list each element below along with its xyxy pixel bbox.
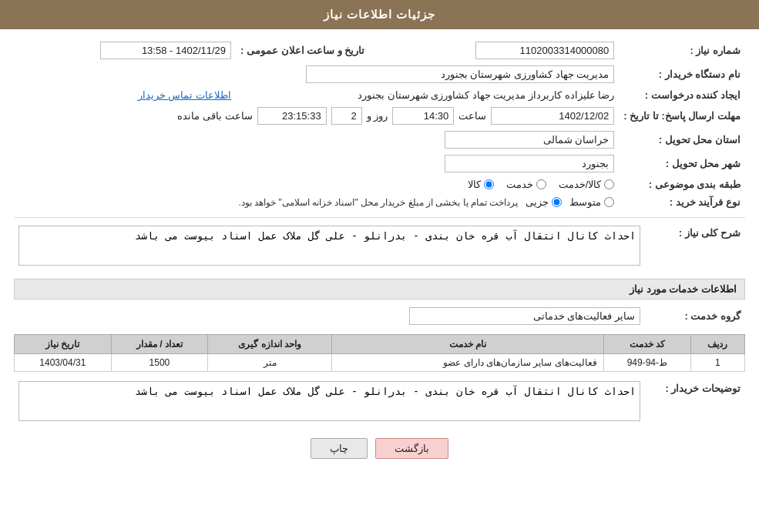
- announce-date-value: 1402/11/29 - 13:58: [100, 42, 231, 59]
- category-kala: کالا: [468, 179, 494, 190]
- buyer-description-textarea[interactable]: [18, 381, 640, 421]
- purchase-type-motevaset: متوسط: [569, 196, 614, 208]
- col-header-quantity: تعداد / مقدار: [111, 335, 208, 354]
- col-header-row: ردیف: [690, 335, 744, 354]
- back-button[interactable]: بازگشت: [375, 438, 448, 459]
- services-section-title: اطلاعات خدمات مورد نیاز: [14, 279, 745, 299]
- creator-label: ایجاد کننده درخواست :: [619, 86, 745, 104]
- need-description-label: شرح کلی نیاز :: [645, 223, 745, 271]
- department-label: نام دستگاه خریدار :: [619, 62, 745, 86]
- deadline-time: 14:30: [392, 107, 454, 125]
- service-group-table: گروه خدمت : سایر فعالیت‌های خدماتی: [14, 304, 745, 328]
- purchase-type-label: نوع فرآیند خرید :: [619, 193, 745, 211]
- description-row: شرح کلی نیاز : document.addEventListener…: [14, 223, 745, 271]
- deadline-remaining: 23:15:33: [257, 107, 327, 125]
- city-row: شهر محل تحویل : بجنورد: [14, 152, 745, 176]
- page-header: جزئیات اطلاعات نیاز: [0, 0, 759, 29]
- buyer-description-label: توضیحات خریدار :: [645, 378, 745, 427]
- department-row: نام دستگاه خریدار : مدیریت جهاد کشاورزی …: [14, 62, 745, 86]
- department-value: مدیریت جهاد کشاورزی شهرستان بجنورد: [306, 65, 614, 83]
- col-header-name: نام خدمت: [332, 335, 604, 354]
- deadline-remaining-label: ساعت باقی مانده: [177, 110, 252, 122]
- service-group-value: سایر فعالیت‌های خدماتی: [409, 307, 640, 325]
- col-header-date: تاریخ نیاز: [15, 335, 112, 354]
- description-table: شرح کلی نیاز : document.addEventListener…: [14, 223, 745, 271]
- cell-unit: متر: [208, 354, 332, 372]
- need-description-textarea[interactable]: [18, 226, 640, 266]
- cell-row: 1: [690, 354, 744, 372]
- purchase-note: پرداخت تمام یا بخشی از مبلغ خریدار محل "…: [238, 197, 518, 208]
- button-row: بازگشت چاپ: [14, 438, 745, 459]
- category-label: طبقه بندی موضوعی :: [619, 176, 745, 193]
- col-header-unit: واحد اندازه گیری: [208, 335, 332, 354]
- info-table: شماره نیاز : 1102003314000080 تاریخ و سا…: [14, 38, 745, 211]
- purchase-type-row: نوع فرآیند خرید : متوسط جزیی پرداخت تمام…: [14, 193, 745, 211]
- need-number-row: شماره نیاز : 1102003314000080 تاریخ و سا…: [14, 38, 745, 62]
- service-group-row: گروه خدمت : سایر فعالیت‌های خدماتی: [14, 304, 745, 328]
- service-group-label: گروه خدمت :: [645, 304, 745, 328]
- need-number-label: شماره نیاز :: [619, 38, 745, 62]
- deadline-time-label: ساعت: [458, 110, 486, 122]
- cell-quantity: 1500: [111, 354, 208, 372]
- deadline-day-label: روز و: [367, 110, 388, 122]
- page-title: جزئیات اطلاعات نیاز: [324, 8, 435, 21]
- cell-code: ط-94-949: [603, 354, 690, 372]
- purchase-type-jazei: جزیی: [526, 196, 562, 208]
- category-kala-khadamat: کالا/خدمت: [559, 179, 615, 190]
- province-row: استان محل تحویل : خراسان شمالی: [14, 128, 745, 152]
- contact-link[interactable]: اطلاعات تماس خریدار: [138, 89, 231, 101]
- deadline-date: 1402/12/02: [491, 107, 614, 125]
- print-button[interactable]: چاپ: [311, 438, 368, 459]
- announce-date-label: تاریخ و ساعت اعلان عمومی :: [236, 38, 369, 62]
- category-row: طبقه بندی موضوعی : کالا/خدمت خدمت: [14, 176, 745, 193]
- need-number-value: 1102003314000080: [475, 42, 614, 59]
- deadline-days: 2: [331, 107, 362, 125]
- deadline-row: مهلت ارسال پاسخ: تا تاریخ : 1402/12/02 س…: [14, 104, 745, 128]
- category-khadamat: خدمت: [506, 179, 546, 190]
- province-label: استان محل تحویل :: [619, 128, 745, 152]
- creator-row: ایجاد کننده درخواست : رضا علیزاده کاربرد…: [14, 86, 745, 104]
- table-row: 1 ط-94-949 فعالیت‌های سایر سازمان‌های دا…: [15, 354, 745, 372]
- cell-date: 1403/04/31: [15, 354, 112, 372]
- cell-name: فعالیت‌های سایر سازمان‌های دارای عضو: [332, 354, 604, 372]
- services-table: ردیف کد خدمت نام خدمت واحد اندازه گیری ت…: [14, 334, 745, 372]
- buyer-description-table: توضیحات خریدار :: [14, 378, 745, 427]
- buyer-description-row: توضیحات خریدار :: [14, 378, 745, 427]
- province-value: خراسان شمالی: [445, 131, 614, 149]
- deadline-label: مهلت ارسال پاسخ: تا تاریخ :: [619, 104, 745, 128]
- city-label: شهر محل تحویل :: [619, 152, 745, 176]
- col-header-code: کد خدمت: [603, 335, 690, 354]
- city-value: بجنورد: [445, 155, 614, 172]
- creator-value: رضا علیزاده کاربرداز مدیریت جهاد کشاورزی…: [358, 89, 614, 101]
